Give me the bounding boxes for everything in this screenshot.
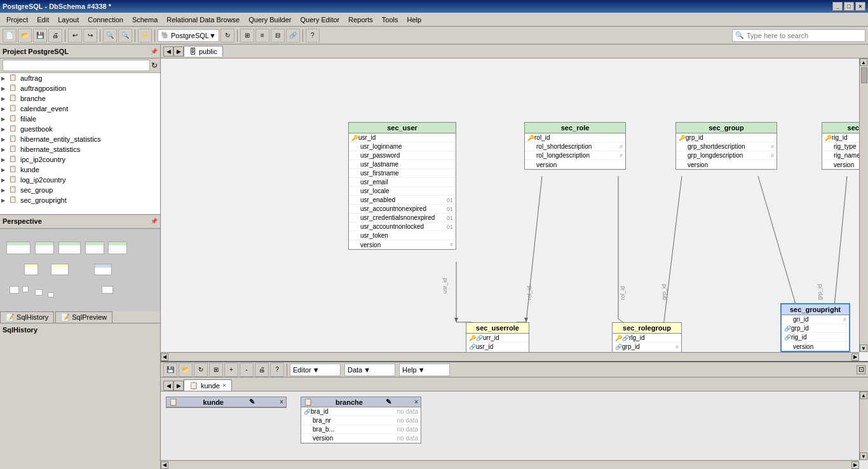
- search-input[interactable]: [747, 32, 862, 39]
- tree-item-hibernate-stats[interactable]: ▶ 📋 hibernate_statistics: [0, 144, 160, 154]
- menu-tools[interactable]: Tools: [378, 15, 402, 25]
- tree-item-auftrag[interactable]: ▶ 📋 auftrag: [0, 73, 160, 83]
- project-search-input[interactable]: [3, 60, 150, 71]
- data-table-close[interactable]: ×: [280, 398, 283, 405]
- bt-refresh-button[interactable]: ↻: [194, 363, 208, 377]
- pin-icon[interactable]: 📌: [151, 48, 158, 55]
- scroll-up-arrow[interactable]: ▲: [860, 58, 867, 66]
- data-table-branche[interactable]: 📋 branche ✎ × 🔗 bra_id no data bra_nr no…: [301, 397, 421, 444]
- scroll-left-arrow[interactable]: ◀: [161, 353, 168, 361]
- bt-nav-fwd[interactable]: ▶: [173, 381, 184, 391]
- bt-save-button[interactable]: 💾: [163, 363, 177, 377]
- tree-item-calendar[interactable]: ▶ 📋 calendar_event: [0, 104, 160, 114]
- tab-kunde[interactable]: 📋 kunde ×: [184, 379, 232, 391]
- db-dropdown[interactable]: 🐘 PostgreSQL ▼: [158, 29, 219, 42]
- table-sec-group[interactable]: sec_group 🔑 grp_id grp_shortdescription …: [675, 122, 777, 170]
- new-button[interactable]: 📄: [3, 29, 17, 43]
- menu-querybuilder[interactable]: Query Builder: [245, 15, 295, 25]
- menu-connection[interactable]: Connection: [84, 15, 127, 25]
- horizontal-scrollbar[interactable]: ◀ ▶: [161, 352, 859, 361]
- data-dropdown[interactable]: Data ▼: [344, 364, 395, 376]
- data-table-branche-header: 📋 branche ✎ ×: [301, 397, 421, 407]
- tree-item-log[interactable]: ▶ 📋 log_ip2country: [0, 175, 160, 185]
- tab-close-icon[interactable]: ×: [222, 382, 226, 389]
- tree-item-branche[interactable]: ▶ 📋 branche: [0, 93, 160, 104]
- tab-public[interactable]: 🗄 public: [184, 46, 223, 57]
- minimize-button[interactable]: _: [832, 2, 843, 11]
- scroll-thumb[interactable]: [861, 67, 867, 83]
- bt-nav-back[interactable]: ◀: [163, 381, 173, 391]
- right-scrollbar[interactable]: ▲ ▼: [859, 58, 868, 352]
- table-sec-groupright[interactable]: sec_groupright gri_id # 🔗 grp_id 🔗 rig_i…: [780, 303, 850, 352]
- zoom-in-button[interactable]: 🔍: [103, 29, 117, 43]
- table-header-sec-userrole: sec_userrole: [466, 323, 529, 334]
- table-icon: 📋: [9, 145, 19, 154]
- tree-item-sec-group[interactable]: ▶ 📋 sec_group: [0, 185, 160, 195]
- menu-relational[interactable]: Relational Data Browse: [163, 15, 243, 25]
- bottom-scroll-up[interactable]: ▲: [860, 391, 867, 399]
- menu-schema[interactable]: Schema: [128, 15, 161, 25]
- bottom-h-scrollbar[interactable]: ◀ ▶: [161, 460, 859, 469]
- search-box[interactable]: 🔍: [732, 29, 865, 42]
- menu-help[interactable]: Help: [403, 15, 425, 25]
- bottom-scroll-right[interactable]: ▶: [851, 461, 859, 469]
- menu-layout[interactable]: Layout: [54, 15, 83, 25]
- open-button[interactable]: 📂: [18, 29, 32, 43]
- tree-item-auftragposition[interactable]: ▶ 📋 auftragposition: [0, 83, 160, 93]
- bt-help-button[interactable]: ?: [270, 363, 284, 377]
- bottom-right-scrollbar[interactable]: ▲ ▼: [859, 391, 868, 460]
- refresh-button[interactable]: ↻: [220, 29, 234, 43]
- undo-button[interactable]: ↩: [68, 29, 82, 43]
- perspective-pin-icon[interactable]: 📌: [151, 218, 158, 224]
- table-sec-role[interactable]: sec_role 🔑 rol_id rol_shortdescription #…: [524, 122, 626, 170]
- nav-back-button[interactable]: ◀: [163, 46, 173, 57]
- nav-fwd-button[interactable]: ▶: [173, 46, 184, 57]
- tree-item-hibernate-entity[interactable]: ▶ 📋 hibernate_entity_statistics: [0, 134, 160, 144]
- field-icon: [351, 215, 359, 221]
- tab-sqlhistory[interactable]: 📝 SqlHistory: [0, 311, 54, 323]
- bt-expand-icon[interactable]: ⊡: [857, 365, 865, 374]
- tree-item-guestbook[interactable]: ▶ 📋 guestbook: [0, 124, 160, 134]
- bt-open-button[interactable]: 📂: [179, 363, 193, 377]
- print-button[interactable]: 🖨: [48, 29, 62, 43]
- bottom-scroll-left[interactable]: ◀: [161, 461, 168, 469]
- project-refresh-icon[interactable]: ↻: [151, 61, 158, 70]
- help-dropdown[interactable]: Help ▼: [399, 364, 450, 376]
- data-table-kunde[interactable]: 📋 kunde ✎ ×: [166, 397, 287, 408]
- bt-remove-button[interactable]: -: [240, 363, 254, 377]
- maximize-button[interactable]: □: [844, 2, 854, 11]
- menu-edit[interactable]: Edit: [33, 15, 53, 25]
- tab-sqlpreview[interactable]: 📝 SqlPreview: [55, 311, 112, 323]
- menu-project[interactable]: Project: [3, 15, 32, 25]
- data-table-kunde-header: 📋 kunde ✎ ×: [166, 397, 286, 407]
- menu-queryeditor[interactable]: Query Editor: [296, 15, 343, 25]
- help-button[interactable]: ?: [306, 29, 320, 43]
- table-button[interactable]: ⊞: [240, 29, 254, 43]
- col-button[interactable]: ≡: [255, 29, 269, 43]
- tree-arrow: ▶: [1, 137, 9, 142]
- zoom-out-button[interactable]: 🔍: [118, 29, 132, 43]
- canvas-area[interactable]: ▲ ▼: [161, 58, 868, 361]
- bt-print-button[interactable]: 🖨: [255, 363, 269, 377]
- close-button[interactable]: ×: [855, 2, 865, 11]
- tree-item-sec-groupright[interactable]: ▶ 📋 sec_groupright: [0, 195, 160, 205]
- editor-dropdown[interactable]: Editor ▼: [290, 364, 341, 376]
- fk-button[interactable]: 🔗: [286, 29, 300, 43]
- tree-item-ipc[interactable]: ▶ 📋 ipc_ip2country: [0, 154, 160, 165]
- scroll-right-arrow[interactable]: ▶: [851, 353, 859, 361]
- tree-item-kunde[interactable]: ▶ 📋 kunde: [0, 165, 160, 175]
- perspective-content[interactable]: [0, 229, 160, 311]
- connect-button[interactable]: ⚡: [138, 29, 152, 43]
- menu-reports[interactable]: Reports: [344, 15, 377, 25]
- bt-add-button[interactable]: +: [224, 363, 238, 377]
- scroll-down-arrow[interactable]: ▼: [860, 344, 867, 352]
- idx-button[interactable]: ⊟: [271, 29, 285, 43]
- titlebar-controls[interactable]: _ □ ×: [832, 2, 865, 11]
- save-button[interactable]: 💾: [33, 29, 47, 43]
- table-sec-user[interactable]: sec_user 🔑 usr_id usr_loginname usr_pass…: [348, 122, 456, 250]
- bottom-scroll-down[interactable]: ▼: [860, 452, 867, 460]
- data-table-branche-close[interactable]: ×: [414, 398, 418, 405]
- redo-button[interactable]: ↪: [83, 29, 97, 43]
- tree-item-filiale[interactable]: ▶ 📋 filiale: [0, 114, 160, 124]
- bt-table-button[interactable]: ⊞: [209, 363, 223, 377]
